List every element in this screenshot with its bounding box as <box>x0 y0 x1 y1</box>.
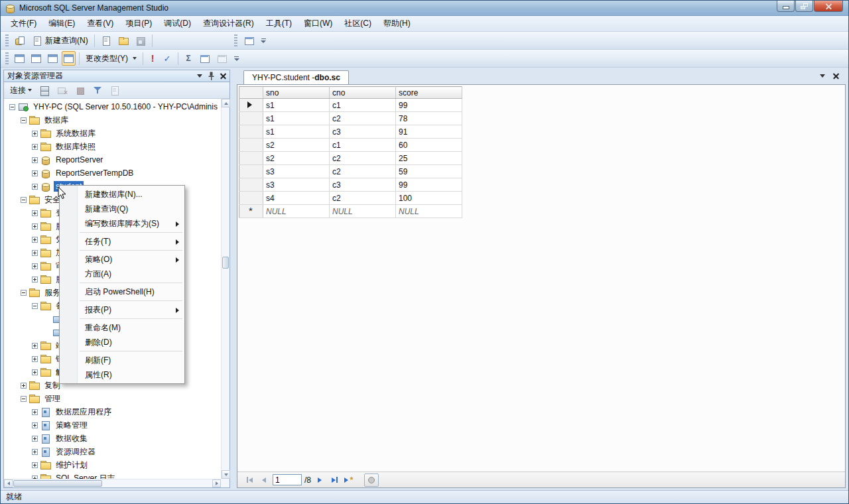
context-menu-item[interactable]: 新建数据库(N)... <box>60 187 184 202</box>
grid-cell[interactable]: 91 <box>396 125 462 139</box>
expand-minus-icon[interactable] <box>21 197 27 203</box>
show-sql-pane-button[interactable] <box>45 51 60 66</box>
toolbar-grip[interactable] <box>5 34 9 46</box>
scroll-right-icon[interactable] <box>212 479 221 487</box>
grid-cell-null[interactable]: NULL <box>396 205 462 218</box>
column-header[interactable]: cno <box>330 87 396 99</box>
grid-cell[interactable]: 25 <box>396 152 462 165</box>
grid-cell[interactable]: s4 <box>263 192 330 205</box>
tree-item[interactable]: 策略管理 <box>4 418 221 432</box>
menu-item[interactable]: 项目(P) <box>119 16 158 31</box>
context-menu-item[interactable]: 删除(D) <box>60 335 184 349</box>
new-row-selector[interactable]: * <box>239 205 263 218</box>
tree-item[interactable]: 数据库快照 <box>4 140 221 153</box>
expand-plus-icon[interactable] <box>21 383 27 389</box>
context-menu-item[interactable]: 重命名(M) <box>60 320 184 335</box>
tree-item[interactable]: ReportServerTempDB <box>4 166 221 180</box>
grid-cell[interactable]: 99 <box>396 99 462 112</box>
grid-cell[interactable]: c2 <box>330 112 396 125</box>
minimize-button[interactable] <box>777 1 795 12</box>
column-header[interactable]: sno <box>263 87 330 99</box>
tree-item[interactable]: 数据库 <box>4 113 221 127</box>
maximize-button[interactable] <box>795 1 813 12</box>
expand-plus-icon[interactable] <box>32 184 38 190</box>
toolbar-grip[interactable] <box>5 52 9 64</box>
show-diagram-pane-button[interactable] <box>12 51 27 66</box>
expand-minus-icon[interactable] <box>21 396 27 402</box>
context-menu-item[interactable]: 方面(A) <box>60 267 184 281</box>
expand-plus-icon[interactable] <box>32 462 38 468</box>
grid-cell[interactable]: s2 <box>263 139 330 152</box>
grid-cell-null[interactable]: NULL <box>330 205 396 218</box>
grid-cell[interactable]: 99 <box>396 178 462 192</box>
expand-plus-icon[interactable] <box>32 144 38 150</box>
toolbar-grip[interactable] <box>234 34 237 46</box>
toolbar-overflow-button[interactable] <box>232 51 241 66</box>
grid-cell[interactable]: 60 <box>396 139 462 152</box>
row-selector[interactable] <box>239 112 263 125</box>
new-document-button[interactable] <box>98 33 114 48</box>
expand-plus-icon[interactable] <box>32 356 38 362</box>
row-selector[interactable] <box>239 165 263 178</box>
context-menu-item[interactable]: 任务(T) <box>60 234 184 249</box>
row-selector[interactable] <box>239 139 263 152</box>
row-selector[interactable] <box>239 178 263 192</box>
row-selector[interactable] <box>239 125 263 139</box>
expand-plus-icon[interactable] <box>32 157 38 163</box>
grid-cell[interactable]: 78 <box>396 112 462 125</box>
move-last-button[interactable] <box>328 474 340 486</box>
tree-item[interactable]: 管理 <box>4 392 221 405</box>
grid-cell[interactable]: c1 <box>330 139 396 152</box>
close-document-icon[interactable] <box>833 73 839 79</box>
record-number-input[interactable] <box>273 474 302 485</box>
change-type-button[interactable]: 更改类型(Y) <box>83 51 139 66</box>
menu-item[interactable]: 工具(T) <box>260 16 298 31</box>
expand-plus-icon[interactable] <box>32 422 38 428</box>
context-menu-item[interactable]: 报表(P) <box>60 302 184 317</box>
column-header[interactable]: score <box>396 87 462 99</box>
expand-plus-icon[interactable] <box>32 449 38 455</box>
move-previous-button[interactable] <box>258 474 270 486</box>
tree-item[interactable]: 数据层应用程序 <box>4 405 221 418</box>
tree-item[interactable]: ReportServer <box>4 153 221 166</box>
context-menu-item[interactable]: 新建查询(Q) <box>60 202 184 216</box>
expand-plus-icon[interactable] <box>32 223 38 229</box>
expand-plus-icon[interactable] <box>32 343 38 349</box>
expand-minus-icon[interactable] <box>32 303 38 309</box>
context-menu-item[interactable]: 策略(O) <box>60 252 184 267</box>
scroll-down-icon[interactable] <box>222 470 230 479</box>
grid-cell[interactable]: c2 <box>330 152 396 165</box>
expand-plus-icon[interactable] <box>32 409 38 415</box>
grid-cell[interactable]: s3 <box>263 178 330 192</box>
new-query-button[interactable]: 新建查询(N) <box>29 33 91 48</box>
activity-monitor-button[interactable] <box>241 33 257 48</box>
expand-plus-icon[interactable] <box>32 250 38 256</box>
menu-item[interactable]: 文件(F) <box>5 16 42 31</box>
expand-plus-icon[interactable] <box>32 369 38 375</box>
move-next-button[interactable] <box>314 474 326 486</box>
execute-sql-button[interactable]: ! <box>147 51 159 66</box>
refresh-button[interactable] <box>107 83 123 97</box>
tree-item[interactable]: 资源调控器 <box>4 445 221 458</box>
menu-item[interactable]: 查询设计器(R) <box>197 16 260 31</box>
row-selector[interactable] <box>239 152 263 165</box>
expand-plus-icon[interactable] <box>32 131 38 137</box>
close-panel-icon[interactable] <box>220 73 226 79</box>
tree-item[interactable]: 维护计划 <box>4 458 221 472</box>
tree-item[interactable]: 系统数据库 <box>4 127 221 140</box>
grid-cell[interactable]: s2 <box>263 152 330 165</box>
context-menu-item[interactable]: 刷新(F) <box>60 353 184 367</box>
tree-horizontal-scrollbar[interactable] <box>4 479 221 487</box>
show-results-pane-button[interactable] <box>62 51 76 66</box>
grid-cell[interactable]: s1 <box>263 125 330 139</box>
show-criteria-pane-button[interactable] <box>29 51 44 66</box>
server-disconnect-button[interactable] <box>54 83 70 97</box>
menu-item[interactable]: 编辑(E) <box>42 16 81 31</box>
context-menu-item[interactable]: 属性(R) <box>60 367 184 382</box>
close-button[interactable] <box>814 1 843 12</box>
vertical-scroll-thumb[interactable] <box>222 257 229 269</box>
stop-button[interactable] <box>72 83 88 97</box>
expand-plus-icon[interactable] <box>32 210 38 216</box>
database-engine-query-button[interactable] <box>12 33 28 48</box>
title-bar[interactable]: Microsoft SQL Server Management Studio <box>1 1 848 16</box>
